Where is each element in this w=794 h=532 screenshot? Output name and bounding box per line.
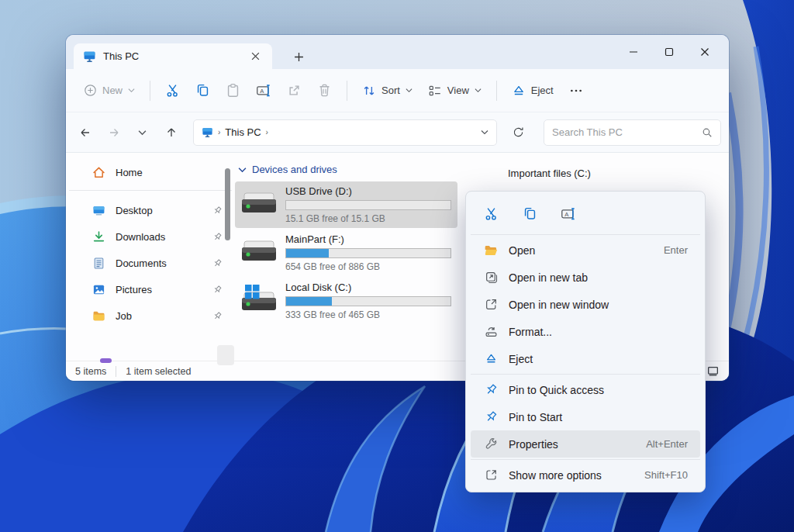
menu-item-show-more-options[interactable]: Show more options Shift+F10	[471, 461, 700, 489]
drive-usage-bar	[285, 296, 451, 306]
sidebar-item-label: Documents	[116, 257, 202, 269]
menu-item-format[interactable]: Format...	[471, 318, 700, 345]
sidebar-item-downloads[interactable]: Downloads	[71, 223, 230, 250]
sort-button[interactable]: Sort	[355, 78, 419, 104]
rename-button[interactable]: A	[554, 201, 582, 226]
chevron-down-icon	[406, 88, 413, 93]
pin-icon	[212, 258, 223, 268]
delete-button[interactable]	[310, 77, 339, 104]
copy-button[interactable]	[516, 201, 544, 226]
sidebar-scrollbar[interactable]	[225, 168, 230, 240]
eject-button[interactable]: Eject	[505, 78, 561, 104]
sidebar-item-home[interactable]: Home	[71, 159, 230, 185]
new-button[interactable]: New	[77, 78, 142, 103]
eject-button-label: Eject	[531, 85, 554, 96]
hard-drive-icon	[239, 236, 279, 270]
menu-divider	[471, 374, 700, 375]
menu-item-pin-to-start[interactable]: Pin to Start	[471, 403, 700, 430]
this-pc-monitor-icon	[83, 50, 96, 63]
search-input[interactable]	[552, 126, 702, 138]
pin-icon	[484, 410, 498, 423]
svg-text:A: A	[564, 210, 569, 217]
details-pane-toggle[interactable]	[706, 364, 720, 378]
menu-item-open-in-new-tab[interactable]: Open in new tab	[471, 264, 700, 291]
new-tab-button[interactable]	[289, 47, 308, 66]
view-button[interactable]: View	[421, 78, 488, 104]
svg-text:A: A	[260, 88, 264, 95]
items-count: 5 items	[75, 366, 106, 377]
sidebar-item-documents[interactable]: Documents	[71, 250, 230, 276]
drive-tile-local-c[interactable]: Local Disk (C:) 333 GB free of 465 GB	[235, 278, 457, 324]
ellipsis-icon	[569, 84, 583, 98]
context-menu-quick-actions: A	[469, 195, 702, 233]
rename-button[interactable]: A	[249, 77, 278, 104]
rename-icon: A	[256, 83, 271, 98]
open-new-window-icon	[484, 298, 498, 311]
refresh-button[interactable]	[505, 120, 531, 145]
recent-locations-button[interactable]	[129, 120, 155, 145]
rename-icon: A	[561, 206, 576, 221]
toolbar-divider	[150, 81, 150, 101]
copy-icon	[195, 83, 210, 98]
eject-icon	[484, 352, 498, 365]
address-bar: › This PC ›	[66, 112, 729, 153]
share-icon	[287, 83, 302, 98]
cut-button[interactable]	[158, 77, 187, 104]
sidebar-item-label: Job	[116, 310, 202, 322]
search-icon	[702, 127, 713, 138]
cut-scissors-icon	[484, 206, 499, 221]
copy-button[interactable]	[188, 77, 217, 104]
view-icon	[428, 84, 442, 98]
home-icon	[92, 166, 105, 179]
up-button[interactable]	[158, 120, 184, 145]
search-box[interactable]	[544, 119, 721, 146]
maximize-button[interactable]	[651, 39, 687, 65]
back-button[interactable]	[72, 120, 98, 145]
new-button-label: New	[102, 85, 123, 96]
see-more-button[interactable]	[562, 78, 590, 104]
selected-count: 1 item selected	[126, 366, 191, 377]
chevron-down-icon	[475, 88, 482, 93]
drive-usage-bar	[285, 248, 451, 258]
sidebar-item-label: Home	[116, 167, 143, 178]
pin-icon	[484, 383, 498, 396]
close-button[interactable]	[687, 39, 723, 65]
menu-item-label: Show more options	[509, 469, 633, 482]
breadcrumb[interactable]: › This PC ›	[193, 119, 497, 146]
toolbar-divider	[496, 81, 497, 101]
copy-icon	[523, 206, 537, 221]
drive-tile-mainpart-f[interactable]: MainPart (F:) 654 GB free of 886 GB	[235, 230, 457, 276]
pin-icon	[212, 206, 223, 216]
group-header-devices[interactable]: Devices and drives	[235, 164, 729, 175]
menu-item-open-in-new-window[interactable]: Open in new window	[471, 291, 700, 318]
forward-button[interactable]	[101, 120, 126, 145]
open-new-tab-icon	[484, 271, 498, 284]
menu-item-shortcut: Alt+Enter	[646, 438, 688, 450]
view-button-label: View	[447, 85, 469, 96]
group-header-label: Devices and drives	[252, 164, 337, 175]
cut-button[interactable]	[477, 201, 505, 226]
drive-name-important-files[interactable]: Important files (C:)	[508, 168, 591, 179]
sidebar-item-partial	[100, 358, 112, 363]
breadcrumb-this-pc[interactable]: This PC	[225, 126, 261, 138]
tab-this-pc[interactable]: This PC	[74, 43, 272, 69]
address-dropdown-icon[interactable]	[481, 130, 488, 135]
clipped-element	[217, 345, 234, 365]
menu-item-eject[interactable]: Eject	[471, 345, 700, 372]
usb-drive-icon	[239, 188, 279, 222]
share-button[interactable]	[280, 77, 309, 104]
sidebar-item-label: Pictures	[116, 284, 202, 295]
drive-tile-usb-d[interactable]: USB Drive (D:) 15.1 GB free of 15.1 GB	[235, 181, 457, 228]
menu-item-properties[interactable]: Properties Alt+Enter	[471, 430, 700, 458]
menu-item-pin-to-quick-access[interactable]: Pin to Quick access	[471, 376, 700, 403]
sidebar-item-desktop[interactable]: Desktop	[71, 197, 230, 223]
drive-name: Local Disk (C:)	[285, 282, 451, 293]
tab-close-icon[interactable]	[246, 47, 264, 66]
paste-button[interactable]	[219, 77, 247, 104]
plus-circle-icon	[84, 84, 97, 97]
minimize-button[interactable]	[616, 39, 651, 65]
trash-icon	[317, 83, 332, 98]
menu-item-open[interactable]: Open Enter	[471, 237, 700, 264]
sidebar-item-job[interactable]: Job	[71, 302, 230, 329]
sidebar-item-pictures[interactable]: Pictures	[71, 276, 230, 302]
